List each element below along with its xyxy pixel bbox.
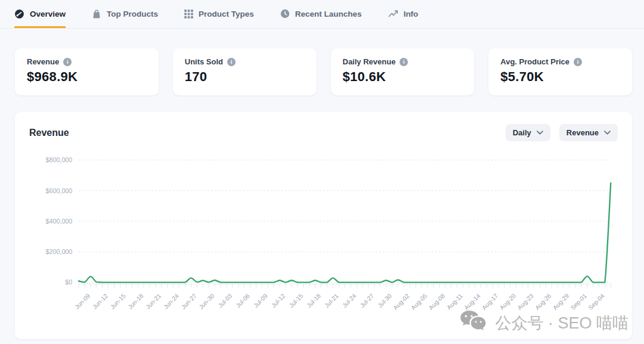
svg-text:Jul-03: Jul-03	[217, 292, 234, 309]
info-icon[interactable]: i	[574, 58, 582, 66]
svg-text:Jun-15: Jun-15	[109, 292, 127, 310]
kpi-value: $968.9K	[27, 69, 147, 85]
kpi-card-daily-revenue: Daily Revenue i $10.6K	[331, 48, 475, 95]
svg-text:Jun-27: Jun-27	[180, 292, 198, 310]
tab-top-products[interactable]: Top Products	[92, 0, 158, 28]
kpi-card-revenue: Revenue i $968.9K	[15, 48, 159, 95]
info-icon[interactable]: i	[63, 58, 72, 66]
svg-text:Jul-30: Jul-30	[376, 292, 393, 309]
svg-text:$0: $0	[65, 278, 72, 286]
kpi-label: Revenue	[27, 57, 59, 66]
svg-text:Jun-30: Jun-30	[198, 292, 216, 310]
tab-overview[interactable]: Overview	[14, 0, 66, 28]
clock-icon	[280, 9, 290, 18]
svg-text:Jun-18: Jun-18	[127, 292, 145, 310]
svg-text:Jun-24: Jun-24	[162, 292, 180, 310]
svg-text:Aug-23: Aug-23	[516, 292, 535, 311]
info-icon[interactable]: i	[227, 58, 236, 66]
svg-text:Aug-26: Aug-26	[534, 292, 552, 311]
svg-text:Aug-05: Aug-05	[410, 292, 428, 311]
svg-text:Sep-01: Sep-01	[569, 292, 588, 311]
svg-text:Aug-20: Aug-20	[499, 292, 517, 311]
kpi-value: 170	[185, 69, 305, 85]
tab-recent-launches[interactable]: Recent Launches	[280, 0, 362, 28]
tab-label: Recent Launches	[295, 10, 362, 18]
svg-text:Sep-04: Sep-04	[587, 292, 606, 311]
kpi-value: $5.70K	[500, 69, 620, 85]
kpi-label: Avg. Product Price	[500, 57, 569, 66]
svg-text:Aug-14: Aug-14	[463, 292, 481, 311]
tab-label: Top Products	[107, 10, 158, 18]
tab-product-types[interactable]: Product Types	[184, 0, 254, 28]
revenue-line-chart: $0$200,000$400,000$600,000$800,000Jun-09…	[29, 144, 618, 323]
top-tab-bar: Overview Top Products Product Types Rece…	[0, 0, 644, 29]
svg-text:$600,000: $600,000	[46, 187, 73, 194]
svg-text:Aug-29: Aug-29	[552, 292, 570, 311]
kpi-value: $10.6K	[343, 69, 463, 85]
kpi-card-avg-product-price: Avg. Product Price i $5.70K	[488, 48, 632, 95]
svg-text:Aug-02: Aug-02	[392, 292, 410, 311]
svg-text:Jun-09: Jun-09	[73, 292, 91, 310]
revenue-chart-panel: Revenue Daily Revenue $0$200,000$400,000…	[15, 112, 632, 339]
svg-text:Jul-09: Jul-09	[252, 292, 269, 309]
svg-text:Jul-12: Jul-12	[270, 292, 287, 309]
trend-icon	[388, 10, 398, 18]
svg-text:$400,000: $400,000	[46, 218, 73, 225]
svg-text:Jul-27: Jul-27	[359, 292, 376, 309]
svg-text:$200,000: $200,000	[46, 248, 73, 255]
bag-icon	[92, 9, 101, 19]
interval-select-value: Daily	[513, 128, 531, 137]
chart-title: Revenue	[29, 128, 69, 138]
kpi-card-row: Revenue i $968.9K Units Sold i 170 Daily…	[15, 48, 632, 95]
svg-text:Aug-08: Aug-08	[428, 292, 446, 311]
svg-text:Jul-06: Jul-06	[234, 292, 251, 309]
svg-text:Jun-21: Jun-21	[144, 292, 162, 310]
chevron-down-icon	[537, 131, 543, 135]
svg-text:Jul-21: Jul-21	[323, 292, 340, 309]
tab-label: Product Types	[199, 10, 254, 18]
svg-text:Jul-24: Jul-24	[341, 292, 358, 309]
kpi-label: Units Sold	[185, 57, 223, 66]
info-icon[interactable]: i	[400, 58, 408, 66]
metric-select[interactable]: Revenue	[559, 124, 618, 141]
grid-icon	[184, 10, 193, 18]
kpi-card-units-sold: Units Sold i 170	[173, 48, 317, 95]
svg-text:Jul-18: Jul-18	[305, 292, 322, 309]
chevron-down-icon	[604, 131, 611, 135]
svg-text:Jun-12: Jun-12	[91, 292, 109, 310]
svg-text:Aug-11: Aug-11	[445, 292, 464, 311]
tab-label: Info	[404, 10, 419, 18]
tab-label: Overview	[30, 10, 66, 18]
metric-select-value: Revenue	[566, 128, 599, 137]
interval-select[interactable]: Daily	[506, 124, 550, 141]
svg-text:Jul-15: Jul-15	[288, 292, 305, 309]
svg-text:$800,000: $800,000	[46, 156, 73, 163]
gauge-icon	[14, 9, 24, 19]
kpi-label: Daily Revenue	[343, 57, 396, 66]
svg-text:Aug-17: Aug-17	[481, 292, 499, 311]
tab-info[interactable]: Info	[388, 0, 419, 28]
